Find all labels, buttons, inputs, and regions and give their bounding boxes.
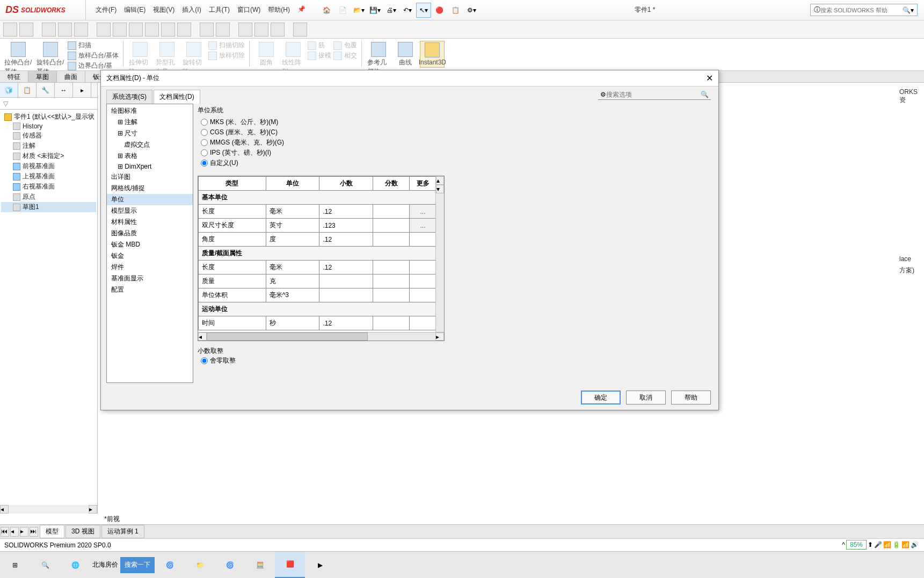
menu-window[interactable]: 窗口(W) bbox=[234, 3, 264, 17]
tool-icon[interactable] bbox=[177, 23, 191, 37]
tab-features[interactable]: 特征 bbox=[0, 71, 28, 82]
edge-icon[interactable]: 🌀 bbox=[155, 552, 185, 579]
nav-units[interactable]: 单位 bbox=[107, 194, 193, 205]
tool-icon[interactable] bbox=[238, 23, 252, 37]
nav-plane-display[interactable]: 基准面显示 bbox=[107, 273, 193, 284]
new-icon[interactable]: 📄 bbox=[336, 3, 351, 18]
radio-cgs[interactable]: CGS (厘米、克、秒)(C) bbox=[198, 127, 709, 138]
tool-icon[interactable] bbox=[3, 23, 17, 37]
tool-icon[interactable] bbox=[113, 23, 127, 37]
nav-detailing[interactable]: 出详图 bbox=[107, 171, 193, 183]
boundary-button[interactable]: 边界凸台/基 bbox=[68, 61, 119, 70]
calc-icon[interactable]: 🧮 bbox=[245, 552, 275, 579]
fm-tab-more[interactable]: ▸ bbox=[73, 83, 91, 97]
dialog-search[interactable]: ⚙ 🔍 bbox=[598, 90, 711, 100]
rebuild-icon[interactable]: 🔴 bbox=[432, 3, 447, 18]
home-icon[interactable]: 🏠 bbox=[319, 3, 334, 18]
nav-dimensions[interactable]: ⊞ 尺寸 bbox=[107, 128, 193, 139]
search-icon[interactable]: 🔍 bbox=[701, 91, 709, 98]
help-button[interactable]: 帮助 bbox=[671, 391, 711, 404]
table-row[interactable]: 角度度.12 bbox=[199, 233, 436, 247]
table-row[interactable]: 长度毫米.12... bbox=[199, 205, 436, 219]
tool-icon[interactable] bbox=[200, 23, 214, 37]
tool-icon[interactable] bbox=[254, 23, 268, 37]
nav-material[interactable]: 材料属性 bbox=[107, 216, 193, 228]
tab-doc-properties[interactable]: 文档属性(D) bbox=[154, 90, 200, 104]
start-button[interactable]: ⊞ bbox=[0, 552, 30, 579]
search-button[interactable]: 🔍 bbox=[30, 552, 60, 579]
nav-weldments[interactable]: 焊件 bbox=[107, 262, 193, 273]
tray-icon[interactable]: 📶 bbox=[883, 541, 891, 548]
tool-icon[interactable] bbox=[216, 23, 230, 37]
fm-sketch1[interactable]: 草图1 bbox=[1, 202, 96, 212]
nav-configurations[interactable]: 配置 bbox=[107, 284, 193, 295]
tool-icon[interactable] bbox=[293, 23, 307, 37]
menu-tools[interactable]: 工具(T) bbox=[206, 3, 233, 17]
nav-image-quality[interactable]: 图像品质 bbox=[107, 228, 193, 239]
settings-icon[interactable]: ⚙▾ bbox=[464, 3, 479, 18]
instant3d-button[interactable]: Instant3D bbox=[420, 41, 445, 68]
cancel-button[interactable]: 取消 bbox=[626, 391, 666, 404]
table-row[interactable]: 单位体积毫米^3 bbox=[199, 288, 436, 302]
tray-icon[interactable]: 🔋 bbox=[892, 541, 900, 548]
dialog-titlebar[interactable]: 文档属性(D) - 单位 ✕ bbox=[101, 70, 718, 86]
view-name[interactable]: *前视 bbox=[104, 515, 120, 524]
table-row[interactable]: 双尺寸长度英寸.123... bbox=[199, 219, 436, 233]
select-icon[interactable]: ↖▾ bbox=[416, 3, 431, 18]
fm-right-plane[interactable]: 右视基准面 bbox=[1, 182, 96, 192]
help-search-input[interactable] bbox=[820, 7, 903, 13]
app-icon[interactable]: ▶ bbox=[305, 552, 335, 579]
fm-history[interactable]: History bbox=[1, 122, 96, 131]
fm-hscroll[interactable]: ◂▸ bbox=[0, 505, 97, 514]
nav-sheetmetal[interactable]: 钣金 bbox=[107, 250, 193, 262]
table-hscroll[interactable]: ◂▸ bbox=[198, 332, 444, 341]
help-search[interactable]: ⓘ 🔍▾ bbox=[810, 4, 918, 16]
tab-sketch[interactable]: 草图 bbox=[28, 71, 57, 82]
tool-icon[interactable] bbox=[271, 23, 285, 37]
search-icon[interactable]: 🔍▾ bbox=[903, 6, 914, 14]
fm-root[interactable]: 零件1 (默认<<默认>_显示状 bbox=[1, 112, 96, 122]
fm-tab-dimxpert[interactable]: ↔ bbox=[55, 83, 73, 97]
tool-icon[interactable] bbox=[58, 23, 72, 37]
close-icon[interactable]: ✕ bbox=[706, 73, 713, 83]
options-list-icon[interactable]: 📋 bbox=[448, 3, 463, 18]
table-row[interactable]: 时间秒.12 bbox=[199, 316, 436, 330]
radio-round-half[interactable]: 舍零取整 bbox=[198, 356, 709, 366]
nav-drafting-standard[interactable]: 绘图标准 bbox=[107, 105, 193, 117]
fm-tab-property[interactable]: 📋 bbox=[18, 83, 37, 97]
loft-button[interactable]: 放样凸台/基体 bbox=[68, 51, 119, 60]
pin-icon[interactable]: 📌 bbox=[294, 3, 309, 17]
fm-material[interactable]: 材质 <未指定> bbox=[1, 151, 96, 161]
tool-icon[interactable] bbox=[129, 23, 143, 37]
open-icon[interactable]: 📂▾ bbox=[352, 3, 367, 18]
edge-icon2[interactable]: 🌀 bbox=[215, 552, 245, 579]
sweep-button[interactable]: 扫描 bbox=[68, 41, 119, 50]
tool-icon[interactable] bbox=[161, 23, 175, 37]
fm-filter[interactable]: ▽ bbox=[0, 98, 97, 110]
table-vscroll[interactable]: ▴▾ bbox=[435, 176, 444, 332]
tab-model[interactable]: 模型 bbox=[40, 525, 64, 538]
tab-3dview[interactable]: 3D 视图 bbox=[66, 525, 100, 538]
tab-surface[interactable]: 曲面 bbox=[57, 71, 85, 82]
fm-sensors[interactable]: 传感器 bbox=[1, 131, 96, 141]
tool-icon[interactable] bbox=[74, 23, 88, 37]
tab-nav-last[interactable]: ⏭ bbox=[30, 527, 38, 537]
nav-sheetmetal-mbd[interactable]: 钣金 MBD bbox=[107, 239, 193, 250]
nav-annotations[interactable]: ⊞ 注解 bbox=[107, 117, 193, 128]
table-row[interactable]: 质量克 bbox=[199, 274, 436, 288]
tab-nav-prev[interactable]: ◂ bbox=[10, 527, 19, 537]
fm-origin[interactable]: 原点 bbox=[1, 192, 96, 202]
fm-tab-tree[interactable]: 🧊 bbox=[0, 83, 18, 97]
save-icon[interactable]: 💾▾ bbox=[368, 3, 383, 18]
solidworks-taskbar-icon[interactable]: 🟥 bbox=[275, 552, 305, 579]
nav-model-display[interactable]: 模型显示 bbox=[107, 205, 193, 216]
nav-virtual-sharps[interactable]: 虚拟交点 bbox=[107, 139, 193, 150]
tab-motion[interactable]: 运动算例 1 bbox=[101, 525, 144, 538]
radio-ips[interactable]: IPS (英寸、磅、秒)(I) bbox=[198, 148, 709, 158]
fm-tab-config[interactable]: 🔧 bbox=[37, 83, 55, 97]
menu-help[interactable]: 帮助(H) bbox=[265, 3, 293, 17]
zoom-pct[interactable]: 85% bbox=[846, 540, 867, 550]
menu-file[interactable]: 文件(F) bbox=[92, 3, 120, 17]
dialog-search-input[interactable] bbox=[606, 91, 701, 98]
curves-button[interactable]: 曲线 bbox=[393, 41, 418, 68]
